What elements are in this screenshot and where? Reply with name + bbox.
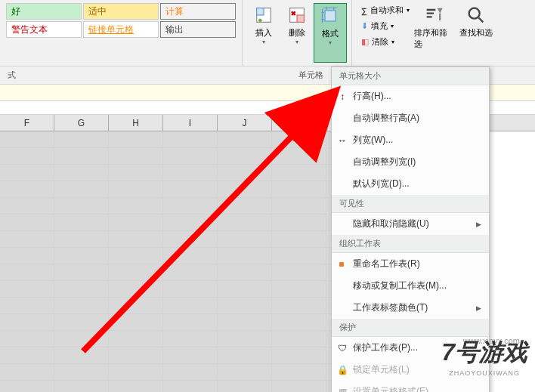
grid-cell[interactable] bbox=[218, 347, 272, 364]
grid-cell[interactable] bbox=[218, 314, 272, 331]
grid-cell[interactable] bbox=[54, 298, 109, 314]
autosum-button[interactable]: ∑ 自动求和 ▾ bbox=[358, 3, 413, 17]
grid-cell[interactable] bbox=[218, 165, 272, 181]
grid-cell[interactable] bbox=[0, 347, 54, 364]
grid-cell[interactable] bbox=[272, 165, 326, 181]
grid-cell[interactable] bbox=[109, 231, 163, 248]
column-header[interactable]: I bbox=[163, 115, 218, 131]
grid-cell[interactable] bbox=[0, 381, 54, 392]
menu-move-copy[interactable]: 移动或复制工作表(M)... bbox=[332, 275, 489, 297]
grid-cell[interactable] bbox=[218, 281, 272, 298]
grid-cell[interactable] bbox=[109, 347, 163, 364]
column-header[interactable]: H bbox=[109, 115, 163, 131]
grid-cell[interactable] bbox=[163, 231, 218, 248]
grid-cell[interactable] bbox=[54, 331, 109, 347]
grid-cell[interactable] bbox=[218, 298, 272, 314]
grid-cell[interactable] bbox=[54, 248, 109, 264]
grid-cell[interactable] bbox=[272, 331, 326, 347]
grid-cell[interactable] bbox=[54, 148, 109, 165]
grid-cell[interactable] bbox=[54, 131, 109, 148]
grid-cell[interactable] bbox=[163, 298, 218, 314]
grid-cell[interactable] bbox=[272, 347, 326, 364]
menu-autofit-col[interactable]: 自动调整列宽(I) bbox=[332, 151, 489, 173]
style-output[interactable]: 输出 bbox=[160, 21, 236, 38]
grid-cell[interactable] bbox=[272, 181, 326, 198]
grid-cell[interactable] bbox=[54, 215, 109, 231]
fill-button[interactable]: ⬇ 填充 ▾ bbox=[358, 19, 413, 33]
grid-cell[interactable] bbox=[272, 381, 326, 392]
grid-cell[interactable] bbox=[0, 148, 54, 165]
grid-cell[interactable] bbox=[272, 215, 326, 231]
grid-cell[interactable] bbox=[0, 231, 54, 248]
grid-cell[interactable] bbox=[218, 248, 272, 264]
grid-cell[interactable] bbox=[163, 331, 218, 347]
grid-cell[interactable] bbox=[54, 165, 109, 181]
menu-tab-color[interactable]: 工作表标签颜色(T) ▶ bbox=[332, 297, 489, 319]
grid-cell[interactable] bbox=[54, 264, 109, 281]
grid-cell[interactable] bbox=[272, 314, 326, 331]
grid-cell[interactable] bbox=[218, 215, 272, 231]
style-neutral[interactable]: 适中 bbox=[83, 3, 159, 20]
grid-cell[interactable] bbox=[218, 231, 272, 248]
grid-cell[interactable] bbox=[109, 381, 163, 392]
style-good[interactable]: 好 bbox=[6, 3, 82, 20]
menu-autofit-row[interactable]: 自动调整行高(A) bbox=[332, 107, 489, 129]
grid-cell[interactable] bbox=[109, 248, 163, 264]
find-select-button[interactable]: 查找和选 bbox=[455, 3, 497, 63]
grid-cell[interactable] bbox=[109, 198, 163, 215]
grid-cell[interactable] bbox=[0, 264, 54, 281]
column-header[interactable]: K bbox=[272, 115, 326, 131]
grid-cell[interactable] bbox=[0, 281, 54, 298]
grid-cell[interactable] bbox=[0, 165, 54, 181]
grid-cell[interactable] bbox=[109, 331, 163, 347]
grid-cell[interactable] bbox=[163, 181, 218, 198]
menu-rename-sheet[interactable]: 重命名工作表(R) bbox=[332, 253, 489, 275]
sort-filter-button[interactable]: 排序和筛选 bbox=[413, 3, 455, 63]
grid-cell[interactable] bbox=[272, 148, 326, 165]
grid-cell[interactable] bbox=[0, 314, 54, 331]
grid-cell[interactable] bbox=[54, 314, 109, 331]
grid-cell[interactable] bbox=[0, 331, 54, 347]
grid-cell[interactable] bbox=[163, 281, 218, 298]
menu-hide-unhide[interactable]: 隐藏和取消隐藏(U) ▶ bbox=[332, 213, 489, 235]
grid-cell[interactable] bbox=[272, 298, 326, 314]
grid-cell[interactable] bbox=[0, 364, 54, 381]
grid-cell[interactable] bbox=[54, 281, 109, 298]
style-link[interactable]: 链接单元格 bbox=[83, 21, 159, 38]
grid-cell[interactable] bbox=[218, 198, 272, 215]
grid-cell[interactable] bbox=[163, 215, 218, 231]
grid-cell[interactable] bbox=[163, 347, 218, 364]
grid-cell[interactable] bbox=[218, 364, 272, 381]
grid-cell[interactable] bbox=[0, 215, 54, 231]
grid-cell[interactable] bbox=[218, 331, 272, 347]
grid-cell[interactable] bbox=[54, 181, 109, 198]
grid-cell[interactable] bbox=[163, 165, 218, 181]
grid-cell[interactable] bbox=[163, 364, 218, 381]
clear-button[interactable]: ◧ 清除 ▾ bbox=[358, 35, 413, 49]
grid-cell[interactable] bbox=[109, 364, 163, 381]
grid-cell[interactable] bbox=[272, 281, 326, 298]
grid-cell[interactable] bbox=[54, 381, 109, 392]
grid-cell[interactable] bbox=[163, 264, 218, 281]
menu-lock-cell[interactable]: 🔒 锁定单元格(L) bbox=[332, 359, 489, 381]
grid-cell[interactable] bbox=[109, 165, 163, 181]
style-calc[interactable]: 计算 bbox=[160, 3, 236, 20]
column-header[interactable]: G bbox=[54, 115, 109, 131]
grid-cell[interactable] bbox=[54, 231, 109, 248]
menu-default-width[interactable]: 默认列宽(D)... bbox=[332, 173, 489, 195]
grid-cell[interactable] bbox=[272, 231, 326, 248]
menu-row-height[interactable]: ↕ 行高(H)... bbox=[332, 85, 489, 107]
grid-cell[interactable] bbox=[0, 198, 54, 215]
grid-cell[interactable] bbox=[163, 248, 218, 264]
grid-cell[interactable] bbox=[54, 198, 109, 215]
grid-cell[interactable] bbox=[218, 181, 272, 198]
grid-cell[interactable] bbox=[109, 264, 163, 281]
column-header[interactable]: J bbox=[218, 115, 272, 131]
menu-format-cells[interactable]: ▦ 设置单元格格式(E)... bbox=[332, 381, 489, 392]
grid-cell[interactable] bbox=[0, 181, 54, 198]
grid-cell[interactable] bbox=[218, 264, 272, 281]
grid-cell[interactable] bbox=[272, 248, 326, 264]
column-header[interactable]: F bbox=[0, 115, 54, 131]
grid-cell[interactable] bbox=[109, 314, 163, 331]
grid-cell[interactable] bbox=[272, 131, 326, 148]
